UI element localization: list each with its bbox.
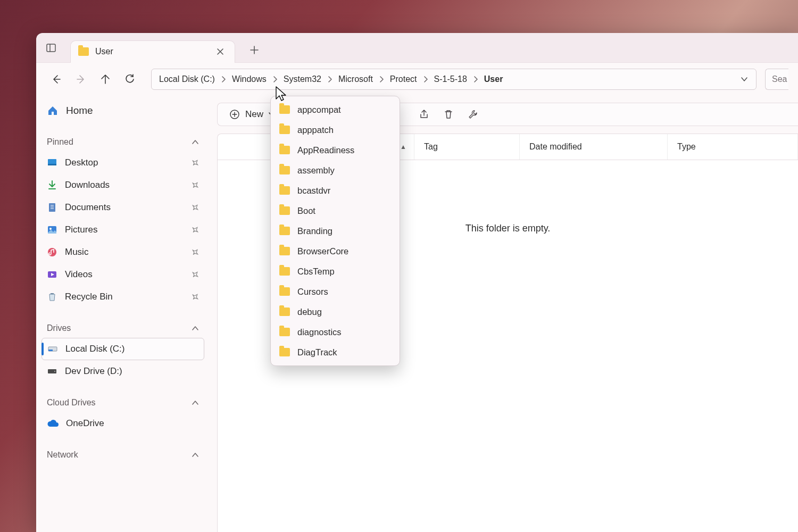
- dropdown-folder-item[interactable]: assembly: [274, 160, 396, 180]
- sidebar-item-label: Pictures: [65, 225, 184, 235]
- breadcrumb-segment[interactable]: Protect: [387, 72, 420, 86]
- dropdown-folder-item[interactable]: CbsTemp: [274, 261, 396, 281]
- breadcrumb-expand[interactable]: [218, 74, 229, 85]
- breadcrumb-segment[interactable]: Local Disk (C:): [156, 72, 218, 86]
- address-bar[interactable]: Local Disk (C:) Windows System32 Microso…: [151, 69, 757, 90]
- dropdown-folder-item[interactable]: Branding: [274, 221, 396, 241]
- search-input[interactable]: Sea: [765, 69, 788, 90]
- sidebar-item-recyclebin[interactable]: Recycle Bin: [41, 286, 204, 308]
- breadcrumb-segment[interactable]: System32: [280, 72, 325, 86]
- breadcrumb-expand[interactable]: [420, 74, 431, 85]
- column-label: Type: [677, 142, 696, 152]
- sort-ascending-icon: ▲: [400, 143, 406, 151]
- folder-icon: [279, 307, 290, 316]
- breadcrumb-expand[interactable]: [376, 74, 387, 85]
- dropdown-folder-item[interactable]: apppatch: [274, 120, 396, 140]
- close-icon: [217, 48, 223, 55]
- column-label: Tag: [424, 142, 438, 152]
- share-button[interactable]: [414, 105, 434, 124]
- svg-point-11: [49, 228, 52, 230]
- folder-icon: [279, 186, 290, 195]
- folder-icon: [279, 348, 290, 356]
- dropdown-folder-item[interactable]: DiagTrack: [274, 342, 396, 362]
- folder-icon: [279, 206, 290, 215]
- dropdown-folder-item[interactable]: AppReadiness: [274, 140, 396, 160]
- breadcrumb-segment[interactable]: Microsoft: [335, 72, 376, 86]
- folder-icon: [279, 287, 290, 296]
- videos-icon: [47, 269, 57, 280]
- svg-rect-0: [47, 44, 55, 52]
- section-label: Network: [47, 450, 78, 460]
- breadcrumb-expand[interactable]: [470, 74, 481, 85]
- pin-icon: [192, 293, 199, 301]
- download-icon: [47, 180, 57, 190]
- sidebar-item-desktop[interactable]: Desktop: [41, 152, 204, 174]
- refresh-button[interactable]: [119, 69, 140, 90]
- forward-button[interactable]: [70, 69, 92, 90]
- dropdown-item-label: DiagTrack: [297, 347, 337, 358]
- sidebar-item-onedrive[interactable]: OneDrive: [41, 412, 204, 435]
- dropdown-folder-item[interactable]: Boot: [274, 201, 396, 221]
- svg-rect-4: [48, 164, 56, 165]
- column-tag[interactable]: Tag: [414, 134, 520, 160]
- dropdown-folder-item[interactable]: appcompat: [274, 99, 396, 120]
- sidebar-item-label: Music: [65, 247, 184, 257]
- breadcrumb-expand[interactable]: [270, 74, 280, 85]
- chevron-right-icon: [272, 76, 278, 82]
- svg-rect-2: [52, 112, 54, 115]
- tab-close-button[interactable]: [213, 45, 227, 59]
- dropdown-folder-item[interactable]: bcastdvr: [274, 180, 396, 201]
- column-label: Date modified: [529, 142, 582, 152]
- dropdown-folder-item[interactable]: Cursors: [274, 281, 396, 302]
- pin-icon: [192, 159, 199, 167]
- sidebar-item-downloads[interactable]: Downloads: [41, 174, 204, 196]
- section-label: Pinned: [47, 137, 73, 147]
- column-type[interactable]: Type: [668, 134, 798, 160]
- column-date-modified[interactable]: Date modified: [520, 134, 668, 160]
- breadcrumb-segment[interactable]: Windows: [229, 72, 270, 86]
- sidebar-icon: [46, 43, 56, 53]
- window-body: Home Pinned Desktop Downloads Documents: [36, 95, 798, 532]
- dropdown-item-label: CbsTemp: [297, 267, 335, 277]
- dropdown-folder-item[interactable]: diagnostics: [274, 322, 396, 342]
- sidebar-item-pictures[interactable]: Pictures: [41, 219, 204, 241]
- section-label: Drives: [47, 323, 71, 333]
- sidebar-item-drive-d[interactable]: Dev Drive (D:): [41, 360, 204, 383]
- back-button[interactable]: [46, 69, 67, 90]
- toggle-sidebar-button[interactable]: [41, 38, 61, 57]
- breadcrumb-segment-current[interactable]: User: [481, 72, 506, 86]
- dropdown-item-label: apppatch: [297, 125, 334, 135]
- sidebar-item-drive-c[interactable]: Local Disk (C:): [41, 338, 204, 360]
- share-icon: [419, 109, 429, 120]
- properties-button[interactable]: [463, 105, 483, 124]
- sidebar-home[interactable]: Home: [41, 99, 204, 122]
- sidebar-section-pinned[interactable]: Pinned: [41, 132, 204, 152]
- svg-rect-6: [49, 203, 55, 212]
- up-button[interactable]: [95, 69, 116, 90]
- breadcrumb-expand[interactable]: [325, 74, 335, 85]
- chevron-up-icon: [192, 452, 199, 458]
- sidebar-section-drives[interactable]: Drives: [41, 319, 204, 338]
- tab-current[interactable]: User: [70, 40, 235, 63]
- pin-icon: [192, 248, 199, 256]
- dropdown-item-label: appcompat: [297, 105, 341, 115]
- delete-button[interactable]: [439, 105, 458, 124]
- sidebar-item-music[interactable]: Music: [41, 241, 204, 263]
- folder-icon: [279, 105, 290, 114]
- address-history-button[interactable]: [737, 77, 752, 82]
- new-tab-button[interactable]: [245, 40, 264, 60]
- svg-point-12: [48, 248, 56, 256]
- dropdown-folder-item[interactable]: BrowserCore: [274, 241, 396, 261]
- pictures-icon: [47, 225, 57, 235]
- empty-folder-message: This folder is empty.: [466, 223, 551, 234]
- sidebar-item-label: Desktop: [65, 157, 184, 168]
- sidebar-section-cloud[interactable]: Cloud Drives: [41, 393, 204, 412]
- dropdown-folder-item[interactable]: debug: [274, 302, 396, 322]
- sidebar-item-videos[interactable]: Videos: [41, 263, 204, 286]
- sidebar-item-label: Videos: [65, 269, 184, 280]
- dropdown-item-label: debug: [297, 307, 322, 317]
- music-icon: [47, 247, 57, 257]
- sidebar-item-documents[interactable]: Documents: [41, 196, 204, 219]
- breadcrumb-segment[interactable]: S-1-5-18: [431, 72, 470, 86]
- sidebar-section-network[interactable]: Network: [41, 445, 204, 464]
